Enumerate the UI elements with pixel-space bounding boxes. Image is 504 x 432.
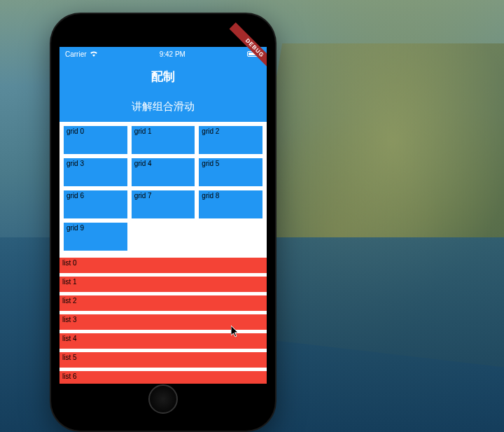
status-bar: Carrier 9:42 PM: [59, 47, 267, 61]
grid-item-label: grid 6: [66, 192, 84, 200]
grid-item-label: grid 1: [134, 127, 152, 135]
home-button[interactable]: [148, 384, 178, 414]
grid-item-label: grid 8: [202, 192, 219, 200]
grid-item-label: grid 9: [66, 224, 84, 232]
list-item-label: list 5: [62, 354, 77, 361]
list-item-label: list 4: [62, 335, 77, 342]
list-item-label: list 2: [62, 297, 77, 305]
grid-item[interactable]: grid 0: [64, 126, 127, 154]
grid-item-label: grid 4: [134, 160, 152, 167]
list-item-label: list 1: [62, 278, 77, 286]
list-item[interactable]: list 3: [59, 314, 267, 330]
list-item[interactable]: list 1: [59, 277, 267, 292]
grid-item[interactable]: grid 4: [132, 158, 195, 186]
status-bar-left: Carrier: [65, 50, 98, 58]
grid-item[interactable]: grid 7: [132, 190, 195, 218]
grid-item[interactable]: grid 3: [64, 158, 127, 186]
status-time: 9:42 PM: [160, 50, 186, 58]
app-bar-title: 配制: [151, 69, 175, 85]
list-item[interactable]: list 6: [59, 371, 267, 384]
list-item[interactable]: list 2: [59, 295, 267, 311]
grid-item-label: grid 0: [66, 127, 84, 135]
phone-frame: DEBUG Carrier 9:42 PM: [51, 14, 275, 431]
phone-inner: DEBUG Carrier 9:42 PM: [59, 22, 267, 422]
grid-item[interactable]: grid 1: [132, 126, 195, 154]
grid-container: grid 0 grid 1 grid 2 grid 3 grid 4 grid …: [59, 122, 267, 255]
grid-item-label: grid 3: [66, 160, 84, 167]
list-item-label: list 3: [62, 316, 77, 323]
app-bar: 配制: [59, 61, 267, 92]
grid-item[interactable]: grid 8: [199, 190, 262, 218]
scroll-content[interactable]: 讲解组合滑动 grid 0 grid 1 grid 2 grid 3 grid …: [59, 92, 267, 384]
grid-item[interactable]: grid 2: [199, 126, 262, 154]
wifi-icon: [90, 50, 98, 58]
list-item[interactable]: list 0: [59, 258, 267, 273]
list-container: list 0 list 1 list 2 list 3 list 4 list …: [59, 255, 267, 384]
grid-item-label: grid 2: [202, 127, 219, 135]
grid-item[interactable]: grid 9: [64, 223, 127, 251]
list-item-label: list 0: [62, 259, 77, 267]
grid-item-label: grid 7: [134, 192, 152, 200]
list-item-label: list 6: [62, 372, 77, 380]
grid-item[interactable]: grid 6: [64, 190, 127, 218]
grid-item-label: grid 5: [202, 160, 219, 167]
list-item[interactable]: list 5: [59, 352, 267, 368]
carrier-label: Carrier: [65, 50, 87, 58]
grid-item[interactable]: grid 5: [199, 158, 262, 186]
phone-screen: Carrier 9:42 PM 配制: [59, 47, 267, 384]
section-header: 讲解组合滑动: [59, 92, 267, 122]
list-item[interactable]: list 4: [59, 333, 267, 349]
